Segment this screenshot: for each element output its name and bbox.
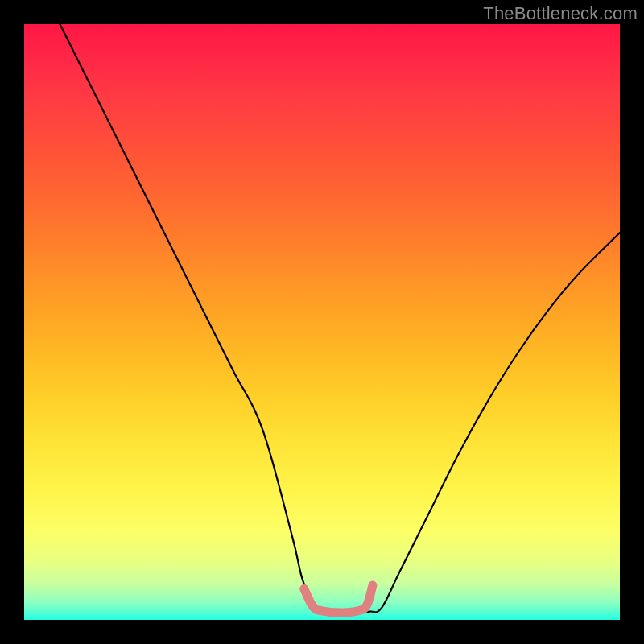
chart-frame: TheBottleneck.com xyxy=(0,0,644,644)
plot-area xyxy=(24,24,620,620)
bottleneck-curve xyxy=(60,24,620,613)
watermark-text: TheBottleneck.com xyxy=(483,3,638,24)
chart-svg xyxy=(24,24,620,620)
optimal-zone-marker xyxy=(304,585,373,613)
